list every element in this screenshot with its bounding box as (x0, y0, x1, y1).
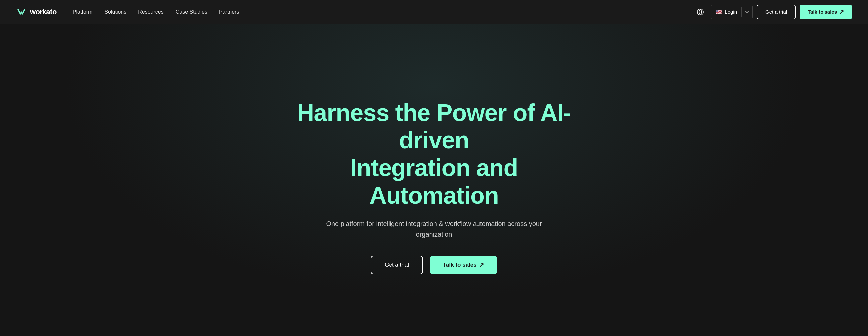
login-container: 🇺🇸 Login (711, 5, 753, 19)
login-label: Login (724, 9, 737, 14)
talk-sales-nav-label: Talk to sales (808, 9, 837, 14)
get-trial-button-hero[interactable]: Get a trial (371, 256, 423, 274)
nav-link-solutions[interactable]: Solutions (104, 9, 126, 14)
nav-item-platform[interactable]: Platform (73, 9, 93, 15)
navbar: workato Platform Solutions Resources Cas… (0, 0, 868, 24)
hero-cta-buttons: Get a trial Talk to sales ↗ (371, 256, 497, 274)
nav-item-resources[interactable]: Resources (138, 9, 163, 15)
get-trial-button-nav[interactable]: Get a trial (757, 5, 796, 19)
nav-link-platform[interactable]: Platform (73, 9, 93, 14)
navbar-left: workato Platform Solutions Resources Cas… (16, 7, 239, 17)
nav-link-case-studies[interactable]: Case Studies (176, 9, 207, 14)
hero-subtitle: One platform for intelligent integration… (318, 218, 550, 240)
hero-title: Harness the Power of AI-driven Integrati… (285, 99, 583, 209)
nav-item-case-studies[interactable]: Case Studies (176, 9, 207, 15)
logo-text: workato (30, 8, 57, 16)
nav-link-resources[interactable]: Resources (138, 9, 163, 14)
logo-link[interactable]: workato (16, 7, 57, 17)
nav-item-solutions[interactable]: Solutions (104, 9, 126, 15)
hero-sales-arrow: ↗ (479, 261, 484, 269)
navbar-right: 🇺🇸 Login Get a trial Talk to sales ↗ (694, 5, 852, 19)
flag-icon: 🇺🇸 (716, 9, 722, 15)
workato-logo-icon (16, 7, 27, 17)
talk-sales-nav-arrow: ↗ (839, 8, 844, 16)
talk-to-sales-button-hero[interactable]: Talk to sales ↗ (430, 256, 497, 274)
hero-title-line2: Integration and Automation (350, 154, 518, 209)
talk-to-sales-button-nav[interactable]: Talk to sales ↗ (800, 5, 852, 19)
globe-icon (697, 8, 704, 16)
nav-item-partners[interactable]: Partners (219, 9, 239, 15)
hero-sales-label: Talk to sales (443, 262, 476, 268)
hero-section: Harness the Power of AI-driven Integrati… (0, 24, 868, 336)
hero-title-line1: Harness the Power of AI-driven (297, 99, 571, 153)
language-selector-button[interactable] (694, 6, 707, 18)
login-dropdown-toggle[interactable] (742, 5, 752, 19)
nav-link-partners[interactable]: Partners (219, 9, 239, 14)
login-button[interactable]: 🇺🇸 Login (711, 5, 742, 19)
nav-links: Platform Solutions Resources Case Studie… (73, 9, 240, 15)
chevron-down-icon (745, 10, 749, 14)
